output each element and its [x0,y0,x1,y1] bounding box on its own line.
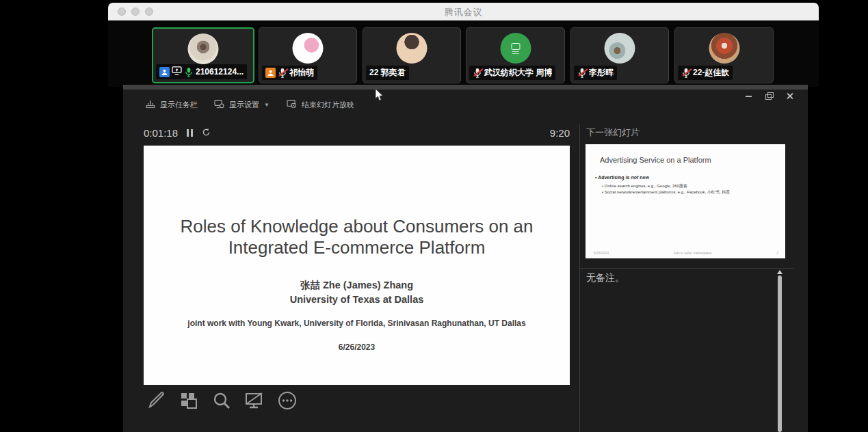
scrollbar-thumb[interactable] [778,275,782,432]
member-badge-icon [159,67,170,77]
app-title: 腾讯会议 [108,6,819,18]
participant-namebar: 武汉纺织大学 周博 [469,66,555,80]
restart-timer-icon[interactable] [202,127,211,139]
notes-divider [580,268,793,269]
see-all-slides-icon[interactable] [178,390,199,411]
participant-tile-1[interactable]: 210612124... [152,27,254,83]
minimize-icon[interactable] [745,92,752,99]
preview-footer-page: 2 [776,251,778,255]
participant-tile-5[interactable]: 李彤晖 [570,27,669,83]
more-options-icon[interactable] [276,390,298,411]
presenter-tools [145,390,298,411]
preview-footer-title: Ads in seller marketplace [674,251,712,255]
pen-tool-icon[interactable] [145,390,166,411]
avatar [397,33,428,64]
participant-namebar: 祁怡萌 [262,66,317,80]
taskbar-icon [146,100,155,110]
participant-name: 22 郭奕君 [369,67,406,79]
pause-timer-icon[interactable] [187,129,193,137]
presenter-view-window: 显示任务栏 显示设置 ▼ 结束幻灯片放映 0:01:18 9:20 Ro [123,85,808,432]
participant-name: 李彤晖 [589,67,614,79]
preview-bullet: Advertising is not new [595,175,649,180]
member-badge-icon [265,68,276,78]
participant-namebar: 22 郭奕君 [366,66,409,80]
avatar [709,33,739,64]
scroll-up-icon[interactable] [777,270,782,274]
screen-sharing-icon [172,66,182,78]
slide-title: Roles of Knowledge about Consumers on an… [157,216,556,258]
panel-divider [579,124,580,432]
elapsed-time: 0:01:18 [144,127,178,139]
participant-name: 祁怡萌 [289,67,314,79]
participant-strip: 210612124... 祁怡萌 22 郭奕君 [108,21,819,87]
end-slideshow-label: 结束幻灯片放映 [302,100,354,110]
preview-sub-bullet: Social network/entertainment platforms, … [602,189,730,195]
participant-namebar: 李彤晖 [574,66,617,80]
preview-footer: 6/26/2023 Ads in seller marketplace 2 [594,251,778,255]
preview-sub-bullet: Online search engines, e.g., Google, 360… [602,183,687,189]
chevron-down-icon: ▼ [264,102,269,108]
slide-date: 6/26/2023 [144,342,570,352]
preview-footer-date: 6/26/2023 [594,251,609,255]
restore-icon[interactable] [765,92,773,99]
avatar [605,33,635,64]
mouse-cursor [375,88,384,102]
close-icon[interactable] [786,92,793,99]
avatar [188,33,219,64]
current-slide[interactable]: Roles of Knowledge about Consumers on an… [144,146,570,385]
window-controls [745,92,793,99]
participant-name: 武汉纺织大学 周博 [484,67,552,79]
mic-muted-icon [577,68,587,78]
display-settings-label: 显示设置 [229,100,259,110]
participant-namebar: 22-赵佳歆 [678,66,733,80]
end-slideshow-button[interactable]: 结束幻灯片放映 [287,100,354,110]
black-screen-icon[interactable] [244,390,265,411]
notes-text: 无备注。 [586,272,624,284]
zoom-slide-icon[interactable] [211,390,232,411]
mac-titlebar: 腾讯会议 [108,3,819,21]
mic-muted-icon [473,68,482,78]
display-settings-button[interactable]: 显示设置 ▼ [214,100,269,110]
participant-tile-2[interactable]: 祁怡萌 [259,27,357,83]
display-settings-icon [214,100,224,110]
avatar [293,33,324,64]
slide-author-block: 张喆 Zhe (James) Zhang University of Texas… [144,278,570,307]
participant-namebar: 210612124... [156,64,247,79]
participant-tile-3[interactable]: 22 郭奕君 [363,27,461,83]
preview-slide-title: Advertising Service on a Platform [600,156,711,164]
show-taskbar-button[interactable]: 显示任务栏 [146,100,198,110]
slide-credits: joint work with Young Kwark, University … [144,319,570,328]
end-slideshow-icon [287,100,297,110]
window-title-strip[interactable] [123,85,808,90]
mic-muted-icon [681,68,691,78]
notes-scrollbar[interactable] [777,270,782,432]
next-slide-preview[interactable]: Advertising Service on a Platform Advert… [586,144,785,258]
participant-name: 210612124... [196,67,244,77]
participant-tile-6[interactable]: 22-赵佳歆 [674,27,774,83]
screen: 腾讯会议 210612124... [0,0,868,432]
mic-on-icon [184,67,194,77]
avatar [500,33,531,64]
participant-tile-4[interactable]: 武汉纺织大学 周博 [466,27,565,83]
timer: 0:01:18 [144,127,211,139]
mic-muted-icon [278,68,287,78]
slide-affiliation: University of Texas at Dallas [144,293,570,307]
next-slide-heading: 下一张幻灯片 [586,126,640,139]
participant-name: 22-赵佳歆 [693,67,729,79]
slide-author: 张喆 Zhe (James) Zhang [144,278,570,293]
clock-time: 9:20 [548,127,570,139]
show-taskbar-label: 显示任务栏 [160,100,198,110]
